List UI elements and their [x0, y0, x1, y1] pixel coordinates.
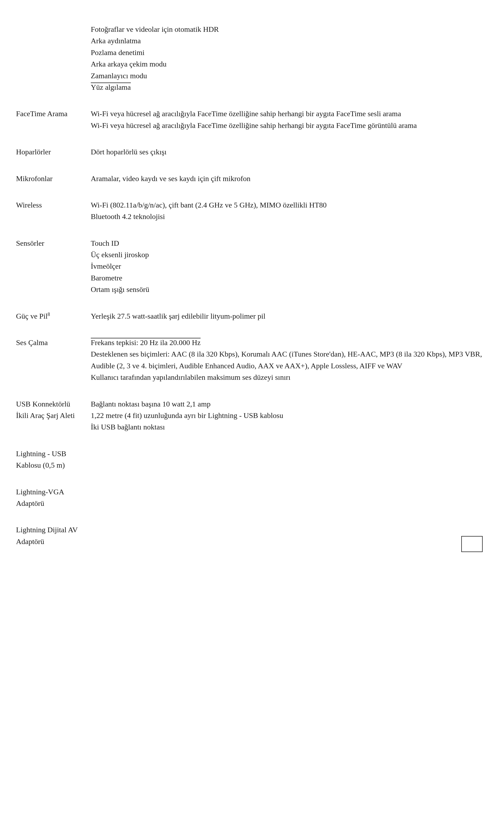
- audio-line1: Frekans tepkisi: 20 Hz ila 20.000 Hz: [91, 338, 200, 347]
- top-line5: Zamanlayıcı modu: [91, 72, 147, 80]
- page-container: Fotoğraflar ve videolar için otomatik HD…: [0, 16, 504, 555]
- top-line6: Yüz algılama: [91, 83, 131, 91]
- facetime-value: Wi-Fi veya hücresel ağ aracılığıyla Face…: [85, 100, 493, 139]
- top-line4: Arka arkaya çekim modu: [91, 60, 166, 68]
- top-content-row: Fotoğraflar ve videolar için otomatik HD…: [11, 16, 493, 100]
- microphones-row: Mikrofonlar Aramalar, video kaydı ve ses…: [11, 165, 493, 192]
- facetime-row: FaceTime Arama Wi-Fi veya hücresel ağ ar…: [11, 100, 493, 139]
- lightning-usb-label: Lightning - USB Kablosu (0,5 m): [11, 440, 85, 479]
- audio-row: Ses Çalma Frekans tepkisi: 20 Hz ila 20.…: [11, 329, 493, 391]
- speakers-row: Hoparlörler Dört hoparlörlü ses çıkışı: [11, 139, 493, 165]
- top-line2: Arka aydınlatma: [91, 37, 141, 45]
- sensors-line4: Barometre: [91, 274, 122, 282]
- speakers-value: Dört hoparlörlü ses çıkışı: [85, 139, 493, 165]
- top-label-cell: [11, 16, 85, 100]
- facetime-label: FaceTime Arama: [11, 100, 85, 139]
- sensors-line2: Üç eksenli jiroskop: [91, 251, 149, 259]
- sensors-value: Touch ID Üç eksenli jiroskop İvmeölçer B…: [85, 230, 493, 303]
- facetime-line1: Wi-Fi veya hücresel ağ aracılığıyla Face…: [91, 109, 401, 118]
- audio-line3: Kullanıcı tarafından yapılandırılabilen …: [91, 373, 290, 382]
- usb-charger-label: USB Konnektörlü İkili Araç Şarj Aleti: [11, 391, 85, 440]
- audio-value: Frekans tepkisi: 20 Hz ila 20.000 Hz Des…: [85, 329, 493, 391]
- wireless-line2: Bluetooth 4.2 teknolojisi: [91, 212, 165, 221]
- top-value-cell: Fotoğraflar ve videolar için otomatik HD…: [85, 16, 493, 100]
- power-value: Yerleşik 27.5 watt-saatlik şarj edilebil…: [85, 303, 493, 329]
- usb-charger-row: USB Konnektörlü İkili Araç Şarj Aleti Ba…: [11, 391, 493, 440]
- wireless-label: Wireless: [11, 192, 85, 230]
- usb-charger-line2: 1,22 metre (4 fit) uzunluğunda ayrı bir …: [91, 411, 283, 420]
- lightning-vga-value: [85, 479, 493, 517]
- microphones-value: Aramalar, video kaydı ve ses kaydı için …: [85, 165, 493, 192]
- lightning-vga-row: Lightning-VGA Adaptörü: [11, 479, 493, 517]
- microphones-line1: Aramalar, video kaydı ve ses kaydı için …: [91, 174, 250, 183]
- lightning-usb-row: Lightning - USB Kablosu (0,5 m): [11, 440, 493, 479]
- bottom-box: [461, 536, 482, 552]
- power-sup: 8: [47, 312, 50, 317]
- usb-charger-line3: İki USB bağlantı noktası: [91, 423, 165, 431]
- lightning-vga-label: Lightning-VGA Adaptörü: [11, 479, 85, 517]
- top-line1: Fotoğraflar ve videolar için otomatik HD…: [91, 25, 219, 33]
- sensors-row: Sensörler Touch ID Üç eksenli jiroskop İ…: [11, 230, 493, 303]
- speakers-line1: Dört hoparlörlü ses çıkışı: [91, 148, 166, 156]
- facetime-line2: Wi-Fi veya hücresel ağ aracılığıyla Face…: [91, 121, 417, 130]
- power-row: Güç ve Pil8 Yerleşik 27.5 watt-saatlik ş…: [11, 303, 493, 329]
- power-line1: Yerleşik 27.5 watt-saatlik şarj edilebil…: [91, 312, 265, 320]
- top-line3: Pozlama denetimi: [91, 48, 145, 57]
- power-label-text: Güç ve Pil: [16, 312, 47, 320]
- lightning-usb-value: [85, 440, 493, 479]
- microphones-label: Mikrofonlar: [11, 165, 85, 192]
- wireless-row: Wireless Wi-Fi (802.11a/b/g/n/ac), çift …: [11, 192, 493, 230]
- speakers-label: Hoparlörler: [11, 139, 85, 165]
- sensors-label: Sensörler: [11, 230, 85, 303]
- wireless-line1: Wi-Fi (802.11a/b/g/n/ac), çift bant (2.4…: [91, 201, 327, 209]
- power-label: Güç ve Pil8: [11, 303, 85, 329]
- sensors-line1: Touch ID: [91, 239, 119, 247]
- usb-charger-line1: Bağlantı noktası başına 10 watt 2,1 amp: [91, 400, 210, 408]
- lightning-av-value: [85, 516, 493, 555]
- audio-line2: Desteklenen ses biçimleri: AAC (8 ila 32…: [91, 350, 482, 370]
- sensors-line5: Ortam ışığı sensörü: [91, 285, 149, 293]
- sensors-line3: İvmeölçer: [91, 262, 121, 270]
- lightning-av-row: Lightning Dijital AV Adaptörü: [11, 516, 493, 555]
- lightning-av-label: Lightning Dijital AV Adaptörü: [11, 516, 85, 555]
- audio-label: Ses Çalma: [11, 329, 85, 391]
- usb-charger-value: Bağlantı noktası başına 10 watt 2,1 amp …: [85, 391, 493, 440]
- spec-table: Fotoğraflar ve videolar için otomatik HD…: [11, 16, 493, 555]
- wireless-value: Wi-Fi (802.11a/b/g/n/ac), çift bant (2.4…: [85, 192, 493, 230]
